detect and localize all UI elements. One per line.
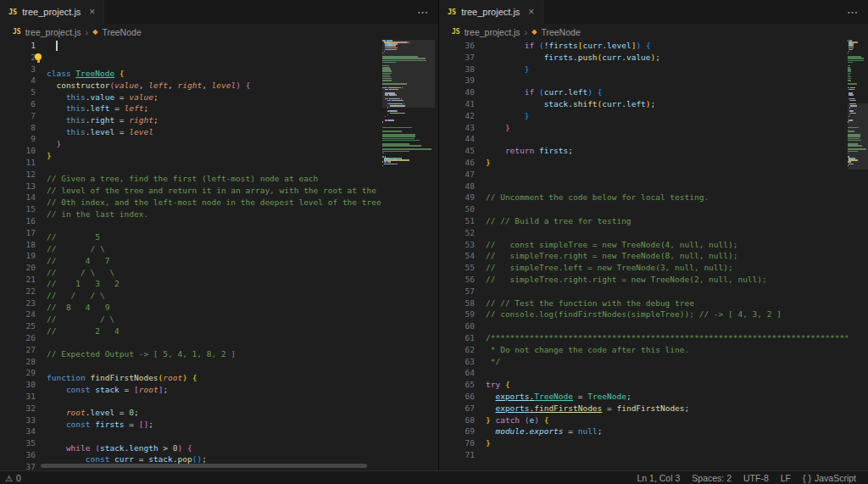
- line-number[interactable]: 21: [0, 274, 36, 286]
- eol-indicator[interactable]: LF: [781, 473, 791, 483]
- code-line[interactable]: [486, 75, 868, 86]
- code-line[interactable]: [486, 181, 868, 192]
- code-line[interactable]: }: [486, 437, 868, 449]
- line-number[interactable]: 70: [439, 437, 475, 449]
- code-line[interactable]: stack.shift(curr.left);: [486, 98, 868, 110]
- line-number[interactable]: 2: [0, 52, 36, 64]
- code-line[interactable]: // // Build a tree for testing: [486, 215, 868, 227]
- code-line[interactable]: // Uncomment the code below for local te…: [486, 192, 868, 203]
- more-actions-icon[interactable]: ⋯: [837, 6, 868, 19]
- code-line[interactable]: // 2 4: [47, 325, 438, 337]
- code-line[interactable]: firsts.push(curr.value);: [486, 52, 868, 64]
- line-number[interactable]: 25: [0, 320, 36, 332]
- code-line[interactable]: exports.findFirstNodes = findFirstNodes;: [486, 403, 868, 414]
- code-line[interactable]: const firsts = [];: [47, 419, 438, 431]
- code-line[interactable]: // 1 3 2: [47, 278, 438, 290]
- code-line[interactable]: * Do not change the code after this line…: [486, 344, 868, 356]
- line-number[interactable]: 39: [439, 75, 475, 86]
- line-number[interactable]: 16: [0, 215, 36, 227]
- line-number[interactable]: 8: [0, 122, 36, 134]
- code-line[interactable]: if (curr.left) {: [486, 86, 868, 98]
- code-line[interactable]: // simpleTree.left = new TreeNode(3, nul…: [486, 262, 868, 274]
- code-line[interactable]: [47, 220, 438, 231]
- code-line[interactable]: function findFirstNodes(root) {: [47, 372, 438, 384]
- line-number[interactable]: 7: [0, 110, 36, 122]
- code-line[interactable]: const stack = [root];: [47, 384, 438, 396]
- code-line[interactable]: // Given a tree, find the first (left-mo…: [47, 173, 438, 185]
- line-number[interactable]: 41: [439, 98, 475, 110]
- line-number[interactable]: 5: [0, 86, 36, 98]
- code-line[interactable]: [47, 161, 438, 173]
- more-actions-icon[interactable]: ⋯: [407, 6, 438, 19]
- code-line[interactable]: this.left = left;: [47, 103, 438, 114]
- line-number[interactable]: 66: [439, 391, 475, 403]
- line-number[interactable]: 69: [439, 426, 475, 437]
- line-number[interactable]: 56: [439, 274, 475, 286]
- line-number[interactable]: 51: [439, 215, 475, 227]
- line-number[interactable]: 22: [0, 286, 36, 298]
- breadcrumb-symbol[interactable]: TreeNode: [102, 27, 141, 37]
- line-number[interactable]: 40: [439, 86, 475, 98]
- line-number[interactable]: 9: [0, 133, 36, 145]
- minimap[interactable]: [382, 40, 435, 470]
- code-line[interactable]: // / \: [47, 243, 438, 255]
- line-number[interactable]: 24: [0, 309, 36, 320]
- line-number[interactable]: 10: [0, 145, 36, 157]
- line-number[interactable]: 50: [439, 203, 475, 215]
- code-editor[interactable]: 1234567891011121314151617181920212223242…: [0, 40, 438, 470]
- line-number[interactable]: 6: [0, 98, 36, 110]
- line-number[interactable]: 58: [439, 298, 475, 309]
- line-number[interactable]: 60: [439, 320, 475, 332]
- line-number[interactable]: 15: [0, 203, 36, 215]
- code-line[interactable]: [486, 227, 868, 239]
- line-number[interactable]: 45: [439, 145, 475, 157]
- code-line[interactable]: constructor(value, left, right, level) {: [47, 80, 438, 92]
- line-number[interactable]: 37: [439, 52, 475, 64]
- line-number[interactable]: 3: [0, 64, 36, 75]
- code-line[interactable]: // / \ \: [47, 267, 438, 279]
- encoding-indicator[interactable]: UTF-8: [743, 473, 769, 483]
- line-number[interactable]: 38: [439, 64, 475, 75]
- code-line[interactable]: /***************************************…: [486, 332, 868, 344]
- line-number[interactable]: 64: [439, 367, 475, 379]
- line-number[interactable]: 59: [439, 309, 475, 320]
- line-number[interactable]: 53: [439, 239, 475, 251]
- line-number[interactable]: 20: [0, 262, 36, 274]
- line-number[interactable]: 33: [0, 414, 36, 426]
- line-number[interactable]: 32: [0, 403, 36, 414]
- code-line[interactable]: // level of the tree and return it in an…: [47, 185, 438, 197]
- close-tab-icon[interactable]: ×: [528, 6, 534, 18]
- code-line[interactable]: root.level = 0;: [47, 407, 438, 419]
- line-number[interactable]: 42: [439, 110, 475, 122]
- code-line[interactable]: [486, 133, 868, 145]
- code-line[interactable]: [47, 395, 438, 407]
- line-number[interactable]: 48: [439, 181, 475, 192]
- code-line[interactable]: [47, 431, 438, 442]
- code-line[interactable]: }: [47, 138, 438, 150]
- code-line[interactable]: class TreeNode {: [47, 68, 438, 80]
- code-line[interactable]: [486, 320, 868, 332]
- line-number[interactable]: 19: [0, 250, 36, 262]
- code-line[interactable]: this.value = value;: [47, 92, 438, 103]
- problems-indicator[interactable]: ⚠0: [5, 473, 21, 483]
- tab-tree-project-js[interactable]: JS tree_project.js ×: [0, 0, 104, 24]
- line-number[interactable]: 30: [0, 379, 36, 391]
- code-line[interactable]: // 0th index, and the left-most node in …: [47, 197, 438, 209]
- code-line[interactable]: // // Test the function with the debug t…: [486, 298, 868, 309]
- line-number[interactable]: 14: [0, 192, 36, 203]
- line-number[interactable]: 71: [439, 449, 475, 461]
- code-line[interactable]: // / \: [47, 314, 438, 325]
- line-number[interactable]: 47: [439, 169, 475, 181]
- line-number[interactable]: 57: [439, 286, 475, 298]
- line-number[interactable]: 62: [439, 344, 475, 356]
- line-number[interactable]: 18: [0, 239, 36, 251]
- code-action-lightbulb-icon[interactable]: [35, 53, 42, 60]
- code-line[interactable]: [47, 337, 438, 348]
- line-number[interactable]: 29: [0, 367, 36, 379]
- code-line[interactable]: [486, 169, 868, 181]
- line-number[interactable]: 4: [0, 75, 36, 86]
- code-line[interactable]: // Expected Output -> [ 5, 4, 1, 8, 2 ]: [47, 348, 438, 360]
- line-number[interactable]: 43: [439, 122, 475, 134]
- code-line[interactable]: */: [486, 356, 868, 368]
- language-mode-indicator[interactable]: { }JavaScript: [803, 473, 856, 483]
